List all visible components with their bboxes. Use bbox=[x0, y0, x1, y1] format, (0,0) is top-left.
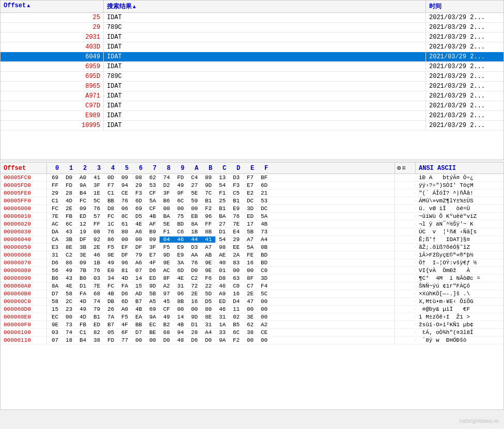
hex-byte[interactable]: 9E bbox=[104, 252, 118, 258]
hex-byte[interactable]: 8E bbox=[201, 314, 215, 320]
hex-byte[interactable]: FD bbox=[174, 174, 187, 181]
hex-byte[interactable]: FC bbox=[104, 213, 118, 219]
hex-byte[interactable]: DF bbox=[132, 244, 146, 250]
hex-row[interactable]: 000060F09E73FBEDB74FBBECB24BD1311AB562A2… bbox=[1, 321, 503, 329]
hex-byte[interactable]: 9D bbox=[146, 283, 160, 289]
hex-row[interactable]: 000060E0EC004DB17AF5EA9A49149D8E31023E00… bbox=[1, 313, 503, 321]
hex-byte[interactable]: 80 bbox=[201, 306, 215, 312]
hex-byte[interactable]: EB bbox=[187, 213, 201, 219]
table-row[interactable]: 2031 IDAT 2021/03/29 2... bbox=[1, 33, 503, 42]
hex-byte[interactable]: 6D bbox=[257, 182, 271, 188]
hex-byte[interactable]: AB bbox=[201, 252, 215, 258]
hex-byte[interactable]: F5 bbox=[104, 244, 118, 250]
hex-byte[interactable]: 4D bbox=[76, 298, 90, 305]
hex-byte[interactable]: E9 bbox=[174, 252, 187, 258]
hex-byte[interactable]: 27 bbox=[215, 221, 229, 227]
hex-byte[interactable]: E3 bbox=[48, 244, 62, 250]
hex-byte[interactable]: D0 bbox=[201, 337, 215, 343]
hex-byte[interactable]: DC bbox=[243, 198, 257, 204]
hex-byte[interactable]: 1C bbox=[104, 221, 118, 227]
hex-byte[interactable]: A5 bbox=[146, 298, 160, 305]
hex-byte[interactable]: D7 bbox=[48, 291, 62, 297]
hex-byte[interactable]: C4 bbox=[187, 174, 201, 181]
hex-byte[interactable]: 62 bbox=[243, 322, 257, 328]
hex-byte[interactable]: D6 bbox=[118, 291, 132, 297]
hex-byte[interactable]: 00 bbox=[257, 337, 271, 343]
hex-byte[interactable]: 00 bbox=[257, 314, 271, 320]
hex-byte[interactable]: 79 bbox=[90, 306, 104, 312]
hex-byte[interactable]: A6 bbox=[132, 260, 146, 266]
hex-row[interactable]: 000060107EFBED57FC8CD54BBA75EB96BA76ED5A… bbox=[1, 213, 503, 220]
hex-byte[interactable]: 4D bbox=[62, 198, 76, 204]
hex-byte[interactable]: 2E bbox=[62, 205, 76, 212]
hex-byte[interactable]: DF bbox=[76, 236, 90, 243]
hex-byte[interactable]: 54 bbox=[215, 182, 229, 188]
hex-byte[interactable]: 3D bbox=[257, 275, 271, 281]
hex-byte[interactable]: 74 bbox=[90, 298, 104, 305]
hex-byte[interactable]: A9 bbox=[215, 291, 229, 297]
table-row[interactable]: 25 IDAT 2021/03/29 2... bbox=[1, 13, 503, 23]
hex-byte[interactable]: 00 bbox=[257, 298, 271, 305]
hex-byte[interactable]: 09 bbox=[146, 236, 160, 243]
hex-byte[interactable]: BD bbox=[257, 252, 271, 258]
hex-byte[interactable]: 94 bbox=[118, 182, 132, 188]
hex-byte[interactable]: C6 bbox=[174, 229, 187, 235]
hex-byte[interactable]: B1 bbox=[215, 205, 229, 212]
hex-byte[interactable]: D1 bbox=[76, 283, 90, 289]
hex-byte[interactable]: 22 bbox=[201, 283, 215, 289]
hex-byte[interactable]: FE bbox=[243, 252, 257, 258]
hex-byte[interactable]: 02 bbox=[229, 314, 243, 320]
hex-byte[interactable]: 4E bbox=[132, 221, 146, 227]
hex-byte[interactable]: 57 bbox=[90, 213, 104, 219]
hex-byte[interactable]: ED bbox=[243, 213, 257, 219]
hex-byte[interactable]: 86 bbox=[62, 260, 76, 266]
hex-byte[interactable]: 16 bbox=[187, 298, 201, 305]
hex-byte[interactable]: 27 bbox=[187, 182, 201, 188]
hex-byte[interactable]: E7 bbox=[243, 182, 257, 188]
hex-byte[interactable]: 48 bbox=[174, 337, 187, 343]
hex-byte[interactable]: 2E bbox=[90, 244, 104, 250]
hex-byte[interactable]: 76 bbox=[229, 213, 243, 219]
hex-byte[interactable]: 4D bbox=[76, 314, 90, 320]
hex-byte[interactable]: 00 bbox=[243, 267, 257, 274]
hex-byte[interactable]: 46 bbox=[174, 236, 187, 243]
hex-byte[interactable]: 40 bbox=[215, 260, 229, 266]
hex-byte[interactable]: 0B bbox=[257, 244, 271, 250]
time-column-header[interactable]: 时间 bbox=[426, 1, 503, 12]
hex-byte[interactable]: 46 bbox=[215, 283, 229, 289]
hex-row[interactable]: 000060A08A4ED17EFCFA159DA231722246C0C7F4… bbox=[1, 282, 503, 290]
hex-byte[interactable]: 58 bbox=[62, 291, 76, 297]
hex-byte[interactable]: 3B bbox=[62, 236, 76, 243]
hex-byte[interactable]: 76 bbox=[104, 229, 118, 235]
hex-byte[interactable]: C7 bbox=[243, 283, 257, 289]
hex-byte[interactable]: 68 bbox=[160, 329, 174, 336]
hex-byte[interactable]: BD bbox=[174, 221, 187, 227]
hex-byte[interactable]: 00 bbox=[187, 205, 201, 212]
hex-byte[interactable]: E0 bbox=[104, 267, 118, 274]
hex-byte[interactable]: 5A bbox=[243, 244, 257, 250]
hex-byte[interactable]: 1A bbox=[215, 322, 229, 328]
hex-byte[interactable]: 00 bbox=[243, 337, 257, 343]
hex-byte[interactable]: 14 bbox=[174, 314, 187, 320]
hex-byte[interactable]: E9 bbox=[229, 205, 243, 212]
hex-byte[interactable]: D5 bbox=[201, 298, 215, 305]
hex-byte[interactable]: B0 bbox=[76, 275, 90, 281]
hex-byte[interactable]: 5B bbox=[243, 229, 257, 235]
hex-row[interactable]: 00006090B643B003344D14ED8F4EC2F6D8638F3D… bbox=[1, 275, 503, 282]
hex-byte[interactable]: 31 bbox=[174, 283, 187, 289]
hex-byte[interactable]: 73 bbox=[257, 229, 271, 235]
hex-byte[interactable]: F5 bbox=[160, 244, 174, 250]
hex-byte[interactable]: 07 bbox=[132, 267, 146, 274]
hex-byte[interactable]: 15 bbox=[132, 283, 146, 289]
hex-byte[interactable]: 82 bbox=[90, 329, 104, 336]
hex-byte[interactable]: 3E bbox=[76, 252, 90, 258]
hex-byte[interactable]: EC bbox=[146, 322, 160, 328]
hex-byte[interactable]: 69 bbox=[132, 205, 146, 212]
hex-row[interactable]: 000060C0582C4D74DB6DB7A5458B16D5EDD44700… bbox=[1, 298, 503, 306]
hex-row[interactable]: 000060D01523497926A04B69CF00008046110000… bbox=[1, 306, 503, 313]
hex-byte[interactable]: 46 bbox=[215, 306, 229, 312]
hex-byte[interactable]: E4 bbox=[229, 229, 243, 235]
hex-byte[interactable]: BD bbox=[257, 260, 271, 266]
hex-byte[interactable]: 6D bbox=[174, 267, 187, 274]
hex-byte[interactable]: C5 bbox=[229, 190, 243, 196]
